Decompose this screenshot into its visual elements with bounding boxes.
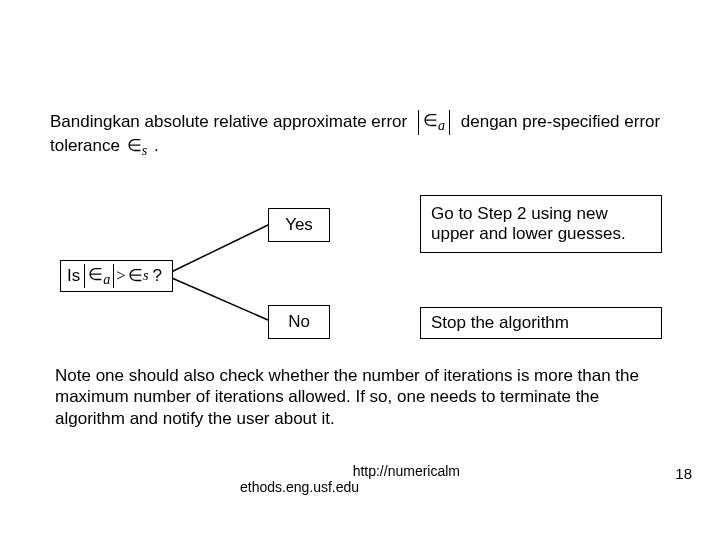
epsilon-s-glyph: ∈s xyxy=(127,136,148,155)
no-box: No xyxy=(268,305,330,339)
yes-outcome: Go to Step 2 using new upper and lower g… xyxy=(420,195,662,253)
no-label: No xyxy=(288,312,310,332)
footer-url: http://numericalm ethods.eng.usf.edu xyxy=(240,463,520,495)
svg-line-0 xyxy=(165,225,268,275)
yes-label: Yes xyxy=(285,215,313,235)
epsilon-a-glyph: ∈a xyxy=(418,110,450,135)
decision-box: Is ∈a >∈s ? xyxy=(60,260,173,292)
question-mark: ? xyxy=(152,266,161,286)
yes-outcome-text: Go to Step 2 using new upper and lower g… xyxy=(431,204,651,244)
svg-line-1 xyxy=(165,275,268,320)
intro-post-a: tolerance xyxy=(50,136,120,155)
is-text: Is xyxy=(67,266,80,286)
yes-box: Yes xyxy=(268,208,330,242)
note-text: Note one should also check whether the n… xyxy=(55,366,639,428)
condition-glyph: ∈a >∈s xyxy=(84,264,148,288)
note-paragraph: Note one should also check whether the n… xyxy=(55,365,665,429)
no-outcome-text: Stop the algorithm xyxy=(431,313,569,333)
slide-number: 18 xyxy=(675,465,692,482)
intro-mid: dengan pre-specified error xyxy=(461,112,660,131)
no-outcome: Stop the algorithm xyxy=(420,307,662,339)
footer-url-l1: http://numericalm xyxy=(353,463,460,479)
intro-post-b: . xyxy=(154,136,159,155)
slide: Bandingkan absolute relative approximate… xyxy=(0,0,720,540)
intro-paragraph: Bandingkan absolute relative approximate… xyxy=(50,110,680,160)
footer-url-l2: ethods.eng.usf.edu xyxy=(240,479,359,495)
intro-pre: Bandingkan absolute relative approximate… xyxy=(50,112,407,131)
